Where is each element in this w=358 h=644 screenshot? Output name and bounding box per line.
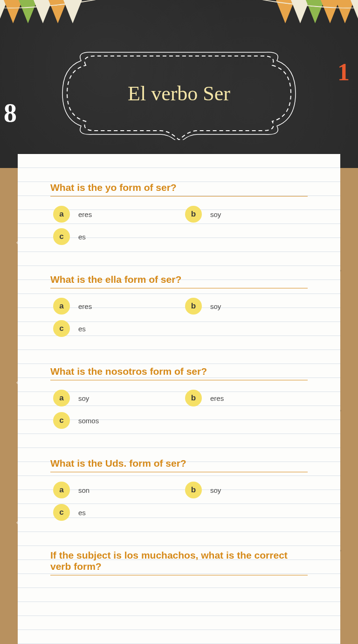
option-text: soy — [210, 210, 221, 218]
option-b[interactable]: b soy — [185, 482, 308, 498]
option-letter-badge: a — [53, 298, 70, 315]
option-text: eres — [78, 210, 92, 218]
option-text: es — [78, 509, 86, 517]
option-letter-badge: b — [185, 482, 202, 498]
question-prompt: What is the yo form of ser? — [50, 182, 308, 196]
question-5: If the subject is los muchachos, what is… — [50, 550, 308, 575]
doodle-number-8: 8 — [4, 98, 17, 128]
option-c[interactable]: c somos — [53, 412, 176, 429]
option-letter-badge: a — [53, 390, 70, 406]
question-4: What is the Uds. form of ser? a son b so… — [50, 458, 308, 521]
page-title: El verbo Ser — [58, 47, 300, 140]
option-b[interactable]: b soy — [185, 298, 308, 315]
option-c[interactable]: c es — [53, 228, 176, 245]
option-letter-badge: a — [53, 482, 70, 498]
option-text: somos — [78, 417, 99, 425]
option-text: eres — [78, 302, 92, 310]
question-2: What is the ella form of ser? a eres b s… — [50, 274, 308, 337]
option-a[interactable]: a son — [53, 482, 176, 498]
option-letter-badge: c — [53, 504, 70, 521]
option-letter-badge: c — [53, 412, 70, 429]
option-text: soy — [210, 302, 221, 310]
option-text: es — [78, 325, 86, 333]
option-letter-badge: b — [185, 298, 202, 315]
bunting-right — [278, 0, 358, 25]
question-prompt: What is the nosotros form of ser? — [50, 366, 308, 380]
option-text: es — [78, 233, 86, 241]
option-text: eres — [210, 394, 224, 402]
title-frame: El verbo Ser — [58, 47, 300, 140]
question-1: What is the yo form of ser? a eres b soy… — [50, 182, 308, 245]
option-text: son — [78, 486, 90, 494]
option-a[interactable]: a eres — [53, 206, 176, 223]
option-letter-badge: c — [53, 228, 70, 245]
question-prompt: What is the Uds. form of ser? — [50, 458, 308, 472]
chalkboard-header: 8 1 El verbo Ser — [0, 0, 358, 168]
bunting-left — [0, 0, 80, 25]
option-a[interactable]: a eres — [53, 298, 176, 315]
doodle-number-1: 1 — [337, 58, 350, 86]
question-prompt: If the subject is los muchachos, what is… — [50, 550, 308, 575]
option-text: soy — [210, 486, 221, 494]
option-b[interactable]: b soy — [185, 206, 308, 223]
option-a[interactable]: a soy — [53, 390, 176, 406]
option-letter-badge: a — [53, 206, 70, 223]
option-c[interactable]: c es — [53, 320, 176, 337]
option-b[interactable]: b eres — [185, 390, 308, 406]
question-prompt: What is the ella form of ser? — [50, 274, 308, 288]
option-c[interactable]: c es — [53, 504, 176, 521]
option-letter-badge: b — [185, 206, 202, 223]
question-3: What is the nosotros form of ser? a soy … — [50, 366, 308, 429]
option-letter-badge: b — [185, 390, 202, 406]
option-letter-badge: c — [53, 320, 70, 337]
worksheet-paper: What is the yo form of ser? a eres b soy… — [18, 154, 340, 644]
option-text: soy — [78, 394, 89, 402]
